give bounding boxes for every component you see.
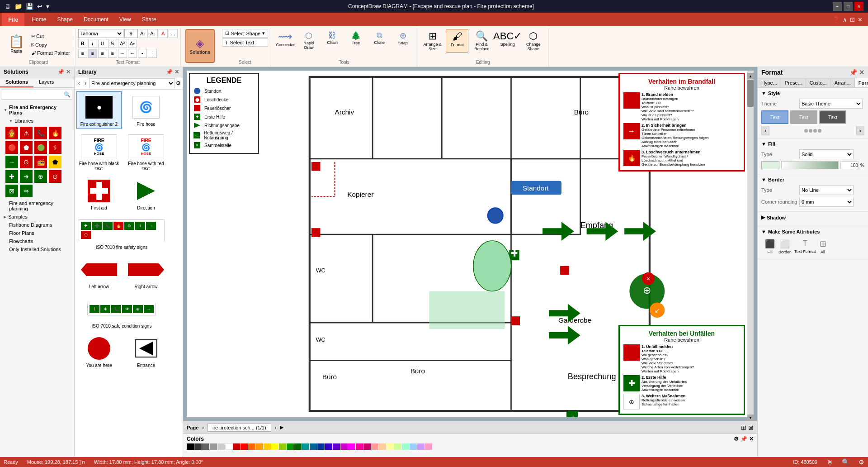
lib-icon-6[interactable]: ⬟ (20, 141, 33, 154)
fill-type-select[interactable]: Solid (799, 149, 854, 159)
share-menu-item[interactable]: Share (137, 14, 162, 24)
swatch-light-green[interactable] (394, 443, 401, 450)
swatch-white[interactable] (225, 443, 232, 450)
lib-icon-2[interactable]: ⚠ (20, 127, 33, 139)
font-decrease-button[interactable]: A↓ (149, 29, 158, 38)
document-menu-item[interactable]: Document (78, 14, 114, 24)
swatch-light-pink[interactable] (425, 443, 432, 450)
format-pin-icon[interactable]: 📌 (849, 69, 857, 76)
lib-icon-9[interactable]: → (5, 156, 18, 168)
style-preview-dark[interactable]: Text (819, 110, 846, 124)
new-icon[interactable]: 📁 (14, 3, 22, 10)
swatch-dark-green[interactable] (294, 443, 302, 450)
page-prev-button[interactable]: ‹ (200, 424, 206, 431)
lib-item-fire-hose[interactable]: 🌀 Fire hose (123, 91, 169, 129)
make-same-border[interactable]: ⬜ Border (778, 239, 791, 254)
columns-button[interactable]: ⋮ (148, 49, 157, 58)
lib-icon-14[interactable]: ➜ (20, 170, 33, 183)
find-replace-button[interactable]: 🔍 Find & Replace (469, 29, 494, 52)
prese-tab[interactable]: Prese... (781, 78, 806, 87)
lib-icon-11[interactable]: 📻 (34, 156, 47, 168)
swatch-dark-pink[interactable] (363, 443, 371, 450)
solutions-search-input[interactable] (2, 90, 72, 100)
arran-tab[interactable]: Arran... (831, 78, 855, 87)
lib-icon-18[interactable]: ⇒ (20, 185, 33, 197)
status-zoom-icon[interactable]: 🔍 (842, 458, 849, 466)
diagram-canvas[interactable]: Archiv Büro Büro Lager Kopierer Empfang … (187, 71, 747, 417)
swatch-ccc[interactable] (217, 443, 225, 450)
cut-button[interactable]: ✂ Cut (29, 33, 72, 40)
solutions-button[interactable]: ◈ Solutions (185, 29, 215, 63)
theme-select[interactable]: Basic Theme (799, 99, 863, 109)
minimize-ribbon-icon[interactable]: ∧ (843, 16, 847, 23)
lib-item-left-arrow[interactable]: Left arrow (76, 254, 122, 291)
list-button[interactable]: • (138, 49, 147, 58)
fire-emergency-item[interactable]: ▼ Fire and Emergency Plans (2, 103, 72, 117)
restore-icon[interactable]: ⊡ (850, 16, 855, 23)
swatch-teal[interactable] (302, 443, 309, 450)
hype-tab[interactable]: Hype... (758, 78, 781, 87)
strikethrough-button[interactable]: S̶ (108, 39, 117, 48)
lib-icon-16[interactable]: ⊙ (49, 170, 61, 183)
subscript-button[interactable]: A₂ (128, 39, 137, 48)
scroll-thumb[interactable] (747, 80, 754, 107)
italic-button[interactable]: I (88, 39, 97, 48)
home-menu-item[interactable]: Home (26, 14, 52, 24)
lib-icon-1[interactable]: 🧑‍🚒 (5, 127, 18, 139)
colors-pin-icon[interactable]: 📌 (741, 436, 747, 442)
font-size-input[interactable] (124, 29, 138, 38)
copy-button[interactable]: ⎘ Copy (29, 41, 72, 48)
swatch-dark-blue[interactable] (317, 443, 325, 450)
flowcharts-item[interactable]: Flowcharts (2, 237, 72, 245)
lib-icon-7[interactable]: 🟢 (34, 141, 47, 154)
swatch-magenta[interactable] (348, 443, 355, 450)
close-button[interactable]: ✕ (854, 2, 863, 11)
view-menu-item[interactable]: View (114, 14, 137, 24)
swatch-light-yellow[interactable] (387, 443, 394, 450)
minimize-button[interactable]: − (833, 2, 842, 11)
installed-solutions-item[interactable]: Only Installed Solutions (2, 245, 72, 253)
bold-button[interactable]: B (78, 39, 87, 48)
help-icon[interactable]: ❓ (833, 16, 840, 23)
paste-button[interactable]: 📋 Paste (5, 29, 28, 58)
page-tab[interactable]: ire protection sch... (1/1) (208, 424, 271, 432)
swatch-333[interactable] (194, 443, 202, 450)
lib-item-fire-ext[interactable]: ⬤ Fire extinguisher 2 (76, 91, 122, 129)
fill-color-swatch[interactable] (761, 161, 779, 169)
library-settings-icon[interactable]: ⚙ (176, 80, 181, 86)
lib-icon-17[interactable]: ⊠ (5, 185, 18, 197)
lib-item-iso-fire[interactable]: ✚ ➕ 📞 🔥 ⊕ ⚕ → ⬠ ISO 7010 fire safety sig… (76, 214, 167, 252)
save-icon[interactable]: 💾 (26, 3, 33, 10)
align-right-button[interactable]: ≡ (98, 49, 107, 58)
swatch-light-red[interactable] (371, 443, 378, 450)
style-section-header[interactable]: ▼ Style (761, 91, 864, 96)
lib-icon-13[interactable]: ✚ (5, 170, 18, 183)
fishbone-item[interactable]: Fishbone Diagrams (2, 221, 72, 229)
search-icon[interactable]: 🔍 (64, 91, 71, 98)
libraries-item[interactable]: ▼ Libraries (2, 117, 72, 125)
swatch-666[interactable] (202, 443, 209, 450)
undo-icon[interactable]: ↩ (37, 3, 42, 10)
scroll-down-button[interactable]: ▼ (747, 415, 754, 421)
align-left-button[interactable]: ≡ (78, 49, 87, 58)
close-app-icon[interactable]: ✕ (858, 16, 863, 23)
colors-settings-icon[interactable]: ⚙ (734, 436, 739, 442)
fill-opacity-input[interactable] (840, 161, 859, 169)
custo-tab[interactable]: Custo... (806, 78, 831, 87)
connector-button[interactable]: ⟿ Connector (274, 29, 297, 49)
close-panel-icon[interactable]: ✕ (66, 69, 71, 75)
font-highlight-button[interactable]: … (169, 29, 178, 38)
lib-icon-10[interactable]: ⊙ (20, 156, 33, 168)
font-increase-button[interactable]: A↑ (139, 29, 148, 38)
layers-tab[interactable]: Layers (33, 77, 59, 87)
swatch-indigo[interactable] (325, 443, 332, 450)
lib-icon-3[interactable]: 📞 (34, 127, 47, 139)
swatch-green[interactable] (287, 443, 294, 450)
file-menu-button[interactable]: File (2, 13, 24, 26)
library-dropdown[interactable]: Fire and emergency planning (89, 78, 175, 88)
swatch-mint[interactable] (402, 443, 409, 450)
lib-item-iso-safe[interactable]: 🚶 ✚ 📞 👁 ⊕ → ISO 7010 safe condition sign… (76, 293, 167, 331)
select-text-button[interactable]: T Select Text (222, 38, 268, 47)
vertical-scrollbar[interactable]: ▲ ▼ (747, 71, 754, 421)
dropdown-icon[interactable]: ▾ (46, 3, 49, 10)
